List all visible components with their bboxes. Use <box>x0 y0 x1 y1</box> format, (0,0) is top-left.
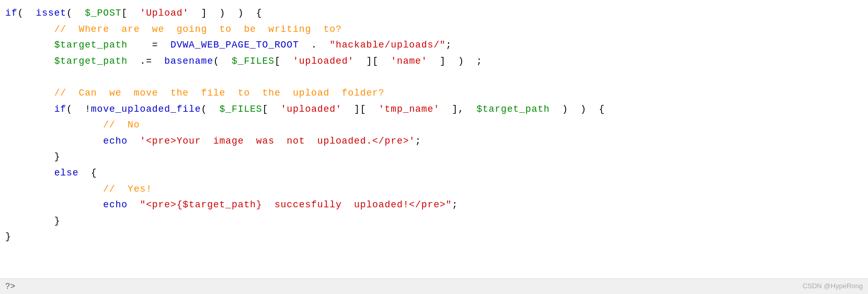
code-line-10: } <box>5 149 863 165</box>
code-line-2: // Where are we going to be writing to? <box>5 21 863 38</box>
watermark: CSDN @HypeRong <box>803 282 863 290</box>
code-line-1: if( isset( $_POST[ 'Upload' ] ) ) { <box>5 5 863 21</box>
code-line-7: if( !move_uploaded_file( $_FILES[ 'uploa… <box>5 101 863 117</box>
code-line-3: $target_path = DVWA_WEB_PAGE_TO_ROOT . "… <box>5 37 863 53</box>
bottom-bar: ?> CSDN @HypeRong <box>0 278 868 294</box>
comment-yes: // Yes! <box>103 181 152 197</box>
php-closing-tag: ?> <box>5 282 15 291</box>
code-block: if( isset( $_POST[ 'Upload' ] ) ) { // W… <box>0 0 863 282</box>
code-line-4: $target_path .= basename( $_FILES[ 'uplo… <box>5 53 863 69</box>
code-line-13: echo "<pre>{$target_path} succesfully up… <box>5 197 863 213</box>
comment-where: // Where are we going to be writing to? <box>54 21 342 38</box>
code-line-11: else { <box>5 165 863 181</box>
code-line-8: // No <box>5 117 863 133</box>
comment-can: // Can we move the file to the upload fo… <box>54 85 385 101</box>
keyword-if: if <box>5 5 17 21</box>
code-line-14: } <box>5 213 863 229</box>
code-line-12: // Yes! <box>5 181 863 197</box>
code-line-6: // Can we move the file to the upload fo… <box>5 85 863 101</box>
code-line-15: } <box>5 229 863 245</box>
comment-no: // No <box>103 117 140 133</box>
code-line-5 <box>5 69 863 85</box>
code-line-9: echo '<pre>Your image was not uploaded.<… <box>5 133 863 149</box>
